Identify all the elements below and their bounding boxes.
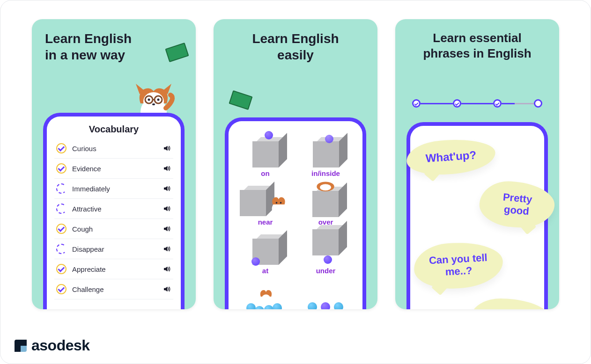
progress-step-done-icon xyxy=(412,99,421,108)
svg-point-10 xyxy=(275,202,277,204)
prepositions-grid: onin/insidenearoveratunderamongbetween xyxy=(238,131,353,309)
svg-point-11 xyxy=(280,202,281,204)
check-pending-icon[interactable] xyxy=(56,204,66,214)
preposition-label: in/inside xyxy=(311,169,340,177)
ball-icon xyxy=(325,135,333,143)
preposition-cell[interactable]: in/inside xyxy=(311,141,340,177)
speaker-icon[interactable] xyxy=(162,204,171,213)
cube-icon xyxy=(252,141,279,167)
cluster-icon xyxy=(305,299,347,309)
phone-frame-1: Vocabulary CuriousEvidenceImmediatelyAtt… xyxy=(43,113,185,309)
vocabulary-item[interactable]: Cough xyxy=(54,219,173,239)
check-done-icon[interactable] xyxy=(56,163,66,174)
preposition-cell[interactable]: between xyxy=(305,299,347,309)
svg-point-14 xyxy=(261,294,270,303)
progress-step-done-icon xyxy=(493,99,502,108)
preposition-cell[interactable]: among xyxy=(244,287,287,309)
ball-icon xyxy=(251,257,260,266)
vocabulary-title: Vocabulary xyxy=(47,116,181,138)
cube-icon xyxy=(313,141,339,167)
phone-frame-3: What'up? Pretty good Can you tell me..? … xyxy=(406,122,548,309)
vocabulary-item[interactable]: Evidence xyxy=(54,159,173,179)
vocabulary-word: Curious xyxy=(72,145,156,153)
check-done-icon[interactable] xyxy=(56,143,66,153)
vocabulary-item[interactable]: Challenge xyxy=(54,279,173,299)
cube-icon xyxy=(252,239,279,265)
svg-point-6 xyxy=(157,99,160,101)
vocabulary-item[interactable]: Curious xyxy=(54,138,173,159)
progress-segment xyxy=(502,103,534,104)
corgi-icon xyxy=(311,178,340,194)
vocabulary-word: Attractive xyxy=(72,205,156,213)
svg-point-7 xyxy=(152,103,155,105)
ball-icon xyxy=(324,255,332,264)
check-done-icon[interactable] xyxy=(56,284,66,294)
screenshot-1: Learn English in a new way xyxy=(32,19,196,309)
speaker-icon[interactable] xyxy=(162,184,171,193)
vocabulary-item[interactable]: Disappear xyxy=(54,239,173,259)
preposition-cell[interactable]: on xyxy=(252,141,279,177)
screenshot-2: Learn English easily onin/insidenearover… xyxy=(214,19,377,309)
svg-point-13 xyxy=(320,184,331,191)
check-pending-icon[interactable] xyxy=(56,244,66,254)
cube-icon xyxy=(240,190,266,216)
brand-footer: asodesk xyxy=(15,337,90,354)
phrase-text: Can you tell me..? xyxy=(428,252,488,278)
vocabulary-item[interactable]: Attractive xyxy=(54,199,173,219)
progress-segment xyxy=(421,103,453,104)
preposition-label: under xyxy=(316,267,336,275)
phone-frame-2: onin/insidenearoveratunderamongbetween xyxy=(225,117,366,309)
speaker-icon[interactable] xyxy=(162,224,171,233)
speaker-icon[interactable] xyxy=(162,144,171,153)
preposition-label: near xyxy=(258,218,273,226)
vocabulary-word: Evidence xyxy=(72,165,156,173)
check-done-icon[interactable] xyxy=(56,224,66,234)
phrase-bubble: I have no idea ;) xyxy=(469,297,551,309)
vocabulary-item[interactable]: Appreciate xyxy=(54,259,173,279)
screenshot-3: Learn essential phrases in English What'… xyxy=(395,19,559,309)
check-pending-icon[interactable] xyxy=(56,183,66,194)
progress-step-icon xyxy=(534,99,542,108)
screenshots-row: Learn English in a new way xyxy=(24,19,567,309)
corgi-icon xyxy=(266,192,291,217)
promo-canvas: Learn English in a new way xyxy=(0,0,591,364)
preposition-label: at xyxy=(262,267,268,275)
svg-point-5 xyxy=(148,99,150,101)
speaker-icon[interactable] xyxy=(162,164,171,173)
cube-icon xyxy=(312,229,339,255)
screenshot-2-title: Learn English easily xyxy=(214,19,377,63)
phrase-bubble: Can you tell me..? xyxy=(413,240,504,291)
ball-icon xyxy=(265,131,273,139)
vocabulary-item[interactable]: Immediately xyxy=(54,179,173,199)
speaker-icon[interactable] xyxy=(162,244,171,254)
progress-step-done-icon xyxy=(453,99,461,108)
brand-name: asodesk xyxy=(31,337,90,354)
vocabulary-word: Immediately xyxy=(72,185,156,193)
progress-segment xyxy=(461,103,494,104)
book-icon xyxy=(229,90,252,110)
vocabulary-word: Appreciate xyxy=(72,265,156,273)
vocabulary-word: Cough xyxy=(72,225,156,233)
preposition-label: on xyxy=(261,169,269,177)
screenshot-3-title: Learn essential phrases in English xyxy=(395,19,559,61)
phrase-text: What'up? xyxy=(425,148,477,164)
phrase-bubble: Pretty good xyxy=(478,179,556,230)
vocabulary-word: Disappear xyxy=(72,245,156,253)
preposition-cell[interactable]: over xyxy=(310,181,342,226)
vocabulary-word: Challenge xyxy=(72,285,156,293)
progress-bar xyxy=(412,98,542,109)
phrase-text: Pretty good xyxy=(502,191,532,217)
check-done-icon[interactable] xyxy=(56,264,66,274)
cube-icon xyxy=(312,191,339,217)
speaker-icon[interactable] xyxy=(162,284,171,294)
vocabulary-list: CuriousEvidenceImmediatelyAttractiveCoug… xyxy=(47,138,181,299)
cluster-icon xyxy=(244,287,287,309)
preposition-cell[interactable]: under xyxy=(310,229,342,275)
asodesk-logo-icon xyxy=(15,340,27,352)
preposition-cell[interactable]: near xyxy=(240,190,291,226)
phrase-bubble: What'up? xyxy=(406,137,497,177)
preposition-cell[interactable]: at xyxy=(252,239,279,275)
speaker-icon[interactable] xyxy=(162,264,171,274)
phrase-text: I have no idea ;) xyxy=(484,308,537,309)
